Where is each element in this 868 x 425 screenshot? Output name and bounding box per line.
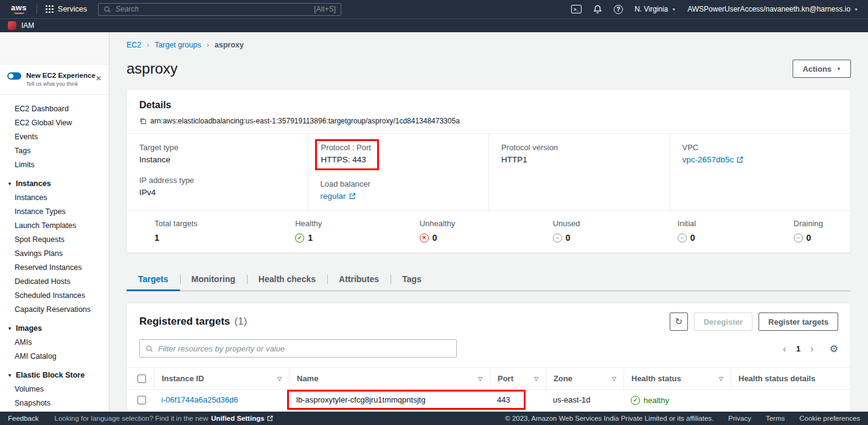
sidebar-item-limits[interactable]: Limits xyxy=(0,158,109,172)
global-search[interactable]: [Alt+S] xyxy=(98,3,341,16)
sidebar-item-dedicated-hosts[interactable]: Dedicated Hosts xyxy=(0,275,109,289)
topbar-divider xyxy=(36,4,37,14)
new-experience-toggle[interactable] xyxy=(7,72,21,80)
header-health-status[interactable]: Health status▽ xyxy=(623,368,731,389)
main-content: EC2 › Target groups › asproxy asproxy Ac… xyxy=(109,32,868,412)
sidebar-item-ec2-global-view[interactable]: EC2 Global View xyxy=(0,116,109,130)
unified-settings-link[interactable]: Unified Settings xyxy=(211,415,273,422)
sidebar-item-spot-requests[interactable]: Spot Requests xyxy=(0,233,109,247)
help-icon[interactable]: ? xyxy=(614,5,623,14)
aws-logo[interactable]: aws xyxy=(6,4,32,14)
vpc-link[interactable]: vpc-2657db5c xyxy=(682,155,744,164)
cookie-preferences-link[interactable]: Cookie preferences xyxy=(799,415,860,422)
sidebar-item-reserved-instances[interactable]: Reserved Instances xyxy=(0,261,109,275)
target-group-arn: arn:aws:elasticloadbalancing:us-east-1:3… xyxy=(150,117,460,125)
sidebar-item-launch-templates[interactable]: Launch Templates xyxy=(0,219,109,233)
breadcrumb-ec2[interactable]: EC2 xyxy=(127,41,141,49)
sidebar-item-events[interactable]: Events xyxy=(0,130,109,144)
filter-input[interactable] xyxy=(158,344,451,353)
header-instance-id[interactable]: Instance ID▽ xyxy=(154,368,289,389)
tab-tags[interactable]: Tags xyxy=(391,268,433,291)
chevron-right-icon[interactable]: › xyxy=(810,344,814,354)
load-balancer-link[interactable]: regular xyxy=(321,192,356,201)
page-number[interactable]: 1 xyxy=(796,344,800,353)
tab-health-checks[interactable]: Health checks xyxy=(247,268,327,291)
cloudshell-icon[interactable]: >_ xyxy=(571,5,582,13)
select-all-checkbox-cell xyxy=(127,368,154,389)
actions-button[interactable]: Actions ▼ xyxy=(793,60,851,78)
sidebar-item-tags[interactable]: Tags xyxy=(0,144,109,158)
targets-table: Instance ID▽ Name▽ Port▽ Zone▽ Health st… xyxy=(127,367,850,412)
details-column-2: Protocol : Port HTTPS: 443 Load balancer… xyxy=(308,134,489,210)
select-all-checkbox[interactable] xyxy=(137,375,146,383)
sidebar-item-instances[interactable]: Instances xyxy=(0,191,109,205)
pagination: ‹ 1 › ⚙ xyxy=(783,343,838,354)
feedback-link[interactable]: Feedback xyxy=(8,415,39,422)
stat-unhealthy: Unhealthy ✕0 xyxy=(420,219,456,243)
field-vpc: VPC vpc-2657db5c xyxy=(682,143,839,164)
section-title: Images xyxy=(16,324,42,333)
sidebar-item-capacity-reservations[interactable]: Capacity Reservations xyxy=(0,303,109,317)
aws-logo-text: aws xyxy=(11,4,27,12)
header-name[interactable]: Name▽ xyxy=(289,368,490,389)
new-ec2-experience-panel: New EC2 Experience Tell us what you thin… xyxy=(0,64,109,95)
register-targets-button[interactable]: Register targets xyxy=(759,313,838,331)
sidebar-item-amis[interactable]: AMIs xyxy=(0,336,109,350)
registered-targets-title: Registered targets xyxy=(139,316,230,328)
sidebar-section-images[interactable]: ▼ Images xyxy=(0,317,109,336)
minus-circle-icon: − xyxy=(794,233,803,243)
sidebar-section-elastic-block-store[interactable]: ▼ Elastic Block Store xyxy=(0,364,109,382)
chevron-down-icon: ▼ xyxy=(836,66,841,72)
account-label: AWSPowerUserAccess/navaneeth.kn@harness.… xyxy=(687,5,850,13)
sidebar-item-ami-catalog[interactable]: AMI Catalog xyxy=(0,350,109,364)
search-shortcut-hint: [Alt+S] xyxy=(314,5,336,13)
sidebar-item-snapshots[interactable]: Snapshots xyxy=(0,396,109,410)
region-selector[interactable]: N. Virginia ▼ xyxy=(634,5,676,13)
gear-icon[interactable]: ⚙ xyxy=(830,343,838,354)
header-port[interactable]: Port▽ xyxy=(490,368,546,389)
notifications-bell-icon[interactable] xyxy=(593,4,602,14)
details-column-1: Target type Instance IP address type IPv… xyxy=(127,134,308,210)
ec2-sidebar: New EC2 Experience Tell us what you thin… xyxy=(0,32,109,412)
details-card: Details arn:aws:elasticloadbalancing:us-… xyxy=(127,89,851,253)
sidebar-item-ec2-dashboard[interactable]: EC2 Dashboard xyxy=(0,102,109,116)
search-icon xyxy=(145,345,153,353)
check-circle-icon: ✓ xyxy=(295,233,304,243)
sidebar-section-instances[interactable]: ▼ Instances xyxy=(0,172,109,191)
tab-attributes[interactable]: Attributes xyxy=(327,268,391,291)
privacy-link[interactable]: Privacy xyxy=(728,415,751,422)
instance-id-link[interactable]: i-06f1744a6a25d36d6 xyxy=(161,395,238,404)
registered-targets-count: (1) xyxy=(234,316,247,328)
services-menu-button[interactable]: Services xyxy=(42,5,91,13)
refresh-button[interactable]: ↻ xyxy=(670,313,688,331)
account-menu[interactable]: AWSPowerUserAccess/navaneeth.kn@harness.… xyxy=(687,5,858,13)
chevron-left-icon[interactable]: ‹ xyxy=(783,344,786,354)
sidebar-item-volumes[interactable]: Volumes xyxy=(0,382,109,396)
section-caret-icon: ▼ xyxy=(7,373,12,378)
breadcrumb-target-groups[interactable]: Target groups xyxy=(155,41,201,49)
minus-circle-icon: − xyxy=(553,233,562,243)
close-icon[interactable]: ✕ xyxy=(95,74,102,83)
sidebar-item-instance-types[interactable]: Instance Types xyxy=(0,205,109,219)
stat-unused: Unused −0 xyxy=(553,219,580,243)
deregister-button[interactable]: Deregister xyxy=(694,313,752,331)
stat-initial: Initial −0 xyxy=(678,219,696,243)
sidebar-top-spacer xyxy=(0,32,109,64)
search-input[interactable] xyxy=(116,5,310,13)
chevron-down-icon: ▼ xyxy=(672,7,676,12)
tab-monitoring[interactable]: Monitoring xyxy=(180,268,247,291)
field-load-balancer: Load balancer regular xyxy=(321,179,477,201)
sidebar-item-scheduled-instances[interactable]: Scheduled Instances xyxy=(0,289,109,303)
tab-targets[interactable]: Targets xyxy=(127,268,180,291)
field-ip-address-type: IP address type IPv4 xyxy=(139,176,296,197)
cell-name: lb-asproxytyler-cfcg8jru1tmmqpntsjtg xyxy=(289,395,490,404)
header-zone[interactable]: Zone▽ xyxy=(546,368,623,389)
favorite-iam-link[interactable]: IAM xyxy=(21,21,34,30)
sidebar-item-savings-plans[interactable]: Savings Plans xyxy=(0,247,109,261)
terms-link[interactable]: Terms xyxy=(766,415,785,422)
row-checkbox[interactable] xyxy=(137,396,146,404)
detail-tabs: Targets Monitoring Health checks Attribu… xyxy=(127,268,851,291)
copy-icon[interactable] xyxy=(139,117,147,125)
section-caret-icon: ▼ xyxy=(7,181,12,187)
stat-healthy: Healthy ✓1 xyxy=(295,219,322,243)
